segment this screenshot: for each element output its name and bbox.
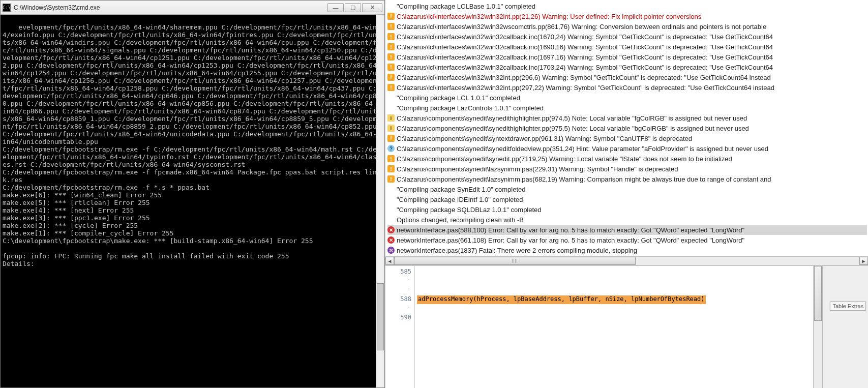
warn-icon: ! [387, 53, 395, 61]
ide-pane: "Compiling package LCLBase 1.0.1" comple… [385, 0, 868, 388]
cmd-app-icon: C:\ [3, 4, 11, 12]
message-text: C:\lazarus\components\synedit\syneditfol… [397, 145, 768, 153]
message-row[interactable]: ?C:\lazarus\components\synedit\syneditfo… [387, 143, 867, 154]
message-text: C:\lazarus\components\synedit\syntextdra… [397, 135, 692, 142]
scroll-right-button[interactable]: ► [859, 257, 868, 265]
blank-icon [387, 196, 395, 203]
err-icon: ✕ [387, 226, 395, 233]
blank-icon [387, 186, 395, 193]
line-number: 585 [385, 268, 411, 277]
cmd-scrollbar[interactable] [376, 15, 384, 387]
warn-icon: ! [387, 155, 395, 162]
message-text: "Compiling package LazControls 1.0.1" co… [397, 104, 544, 112]
warn-icon: ! [387, 74, 395, 81]
message-row[interactable]: !C:\lazarus\components\synedit\synedit.p… [387, 154, 867, 164]
warn-icon: ! [387, 175, 395, 183]
message-row[interactable]: ✕networkInterface.pas(1837) Fatal: There… [387, 245, 867, 255]
message-text: "Compiling package SQLDBLaz 1.0.1" compl… [397, 206, 542, 214]
message-text: C:\lazarus\lcl\interfaces\win32\win32cal… [397, 64, 773, 71]
message-row[interactable]: "Compiling package LCLBase 1.0.1" comple… [387, 1, 867, 11]
cmd-terminal-output[interactable]: evelopment/fpc/rtl/units/x86_64-win64/sh… [1, 15, 384, 387]
message-text: C:\lazarus\components\synedit\synedithig… [397, 114, 747, 122]
message-row[interactable]: "Compiling package LazControls 1.0.1" co… [387, 103, 867, 113]
message-row[interactable]: !C:\lazarus\components\synedit\lazsynimm… [387, 164, 867, 174]
message-row[interactable]: !C:\lazarus\lcl\interfaces\win32\win32ca… [387, 42, 867, 52]
scroll-thumb[interactable] [394, 257, 636, 265]
warn-icon: ! [387, 135, 395, 142]
message-text: C:\lazarus\components\synedit\synedithig… [397, 125, 749, 132]
terminal-text: evelopment/fpc/rtl/units/x86_64-win64/sh… [3, 23, 381, 267]
message-text: C:\lazarus\lcl\interfaces\win32\win32cal… [397, 53, 773, 61]
message-row[interactable]: !C:\lazarus\lcl\interfaces\win32\win32ca… [387, 62, 867, 72]
message-text: networkInterface.pas(1837) Fatal: There … [397, 247, 637, 254]
table-extras-tab[interactable]: Table Extras [830, 302, 866, 311]
messages-panel[interactable]: "Compiling package LCLBase 1.0.1" comple… [385, 0, 868, 256]
cmd-window: C:\ C:\Windows\System32\cmd.exe — ▢ ✕ ev… [0, 0, 385, 388]
warn-icon: ! [387, 43, 395, 50]
editor-scroll-thumb[interactable] [814, 266, 822, 321]
highlighted-code: adProcessMemory(hProcess, lpBaseAddress,… [417, 295, 706, 304]
code-line[interactable] [415, 268, 813, 277]
line-number: 590 [385, 314, 411, 323]
message-row[interactable]: !C:\lazarus\lcl\interfaces\win32\win32ca… [387, 52, 867, 62]
message-row[interactable]: "Compiling package SynEdit 1.0" complete… [387, 184, 867, 194]
blank-icon [387, 104, 395, 111]
code-editor[interactable]: 585··588·590 adProcessMemory(hProcess, l… [385, 265, 868, 388]
message-row[interactable]: !C:\lazarus\lcl\interfaces\win32\win32ca… [387, 32, 867, 42]
message-row[interactable]: iC:\lazarus\components\synedit\synedithi… [387, 123, 867, 133]
code-area[interactable]: adProcessMemory(hProcess, lpBaseAddress,… [415, 266, 813, 388]
warn-icon: ! [387, 23, 395, 30]
message-row[interactable]: ✕networkInterface.pas(588,100) Error: Ca… [387, 225, 867, 235]
note-icon: i [387, 114, 395, 122]
message-row[interactable]: iC:\lazarus\components\synedit\synedithi… [387, 113, 867, 123]
code-line[interactable]: adProcessMemory(hProcess, lpBaseAddress,… [415, 295, 813, 305]
warn-icon: ! [387, 13, 395, 20]
line-number-gutter: 585··588·590 [385, 266, 415, 388]
message-text: "Compiling package IDEIntf 1.0" complete… [397, 196, 523, 203]
message-row[interactable]: !C:\lazarus\components\synedit\lazsynimm… [387, 174, 867, 184]
side-dock[interactable]: Table Extras [822, 266, 868, 388]
message-row[interactable]: "Compiling package LCL 1.0.1" completed [387, 93, 867, 103]
scroll-left-button[interactable]: ◄ [385, 257, 394, 265]
message-text: Options changed, recompiling clean with … [397, 216, 524, 224]
blank-icon [387, 94, 395, 101]
message-row[interactable]: !C:\lazarus\lcl\interfaces\win32\win32in… [387, 82, 867, 93]
err-icon: ✕ [387, 236, 395, 244]
message-row[interactable]: !C:\lazarus\lcl\interfaces\win32\win32in… [387, 11, 867, 21]
message-row[interactable]: ✕networkInterface.pas(661,108) Error: Ca… [387, 235, 867, 245]
warn-icon: ! [387, 33, 395, 40]
message-text: networkInterface.pas(661,108) Error: Cal… [397, 236, 744, 244]
cmd-scrollbar-thumb[interactable] [377, 283, 384, 350]
hint-icon: ? [387, 145, 395, 152]
line-number: 588 [385, 295, 411, 305]
code-line[interactable] [415, 314, 813, 323]
warn-icon: ! [387, 64, 395, 71]
message-row[interactable]: !C:\lazarus\lcl\interfaces\win32\win32ws… [387, 21, 867, 32]
message-text: C:\lazarus\components\synedit\lazsynimm.… [397, 175, 771, 183]
message-row[interactable]: "Compiling package IDEIntf 1.0" complete… [387, 194, 867, 204]
messages-h-scrollbar[interactable]: ◄ ► [385, 256, 868, 265]
blank-icon [387, 216, 395, 223]
message-row[interactable]: !C:\lazarus\components\synedit\syntextdr… [387, 133, 867, 143]
message-text: networkInterface.pas(588,100) Error: Cal… [397, 226, 744, 234]
message-text: "Compiling package LCL 1.0.1" completed [397, 94, 520, 102]
message-row[interactable]: Options changed, recompiling clean with … [387, 215, 867, 225]
message-text: C:\lazarus\lcl\interfaces\win32\win32int… [397, 13, 701, 20]
message-text: C:\lazarus\lcl\interfaces\win32\win32cal… [397, 43, 773, 51]
cmd-titlebar[interactable]: C:\ C:\Windows\System32\cmd.exe — ▢ ✕ [1, 1, 384, 15]
blank-icon [387, 206, 395, 213]
editor-v-scrollbar[interactable] [813, 266, 822, 388]
message-text: "Compiling package LCLBase 1.0.1" comple… [397, 3, 535, 10]
minimize-button[interactable]: — [327, 3, 344, 12]
warn-icon: ! [387, 84, 395, 91]
code-line[interactable] [415, 286, 813, 295]
message-text: C:\lazarus\lcl\interfaces\win32\win32wsc… [397, 23, 766, 31]
code-line[interactable] [415, 277, 813, 286]
cmd-title: C:\Windows\System32\cmd.exe [14, 4, 327, 11]
message-row[interactable]: !C:\lazarus\lcl\interfaces\win32\win32in… [387, 72, 867, 82]
close-button[interactable]: ✕ [362, 3, 382, 12]
maximize-button[interactable]: ▢ [345, 3, 361, 12]
message-text: C:\lazarus\components\synedit\synedit.pp… [397, 155, 732, 163]
message-row[interactable]: "Compiling package SQLDBLaz 1.0.1" compl… [387, 204, 867, 215]
code-line[interactable] [415, 305, 813, 314]
